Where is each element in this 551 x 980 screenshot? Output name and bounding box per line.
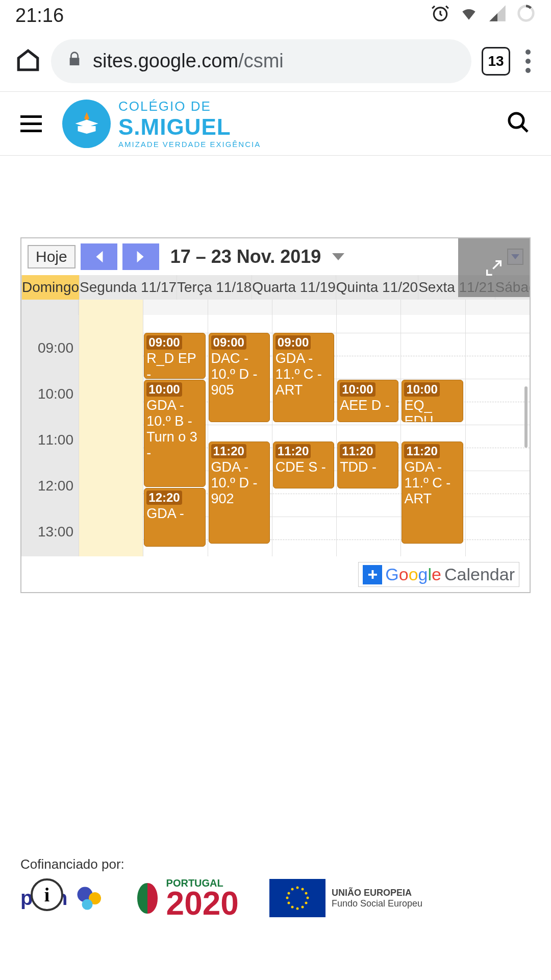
scrollbar[interactable]: [524, 386, 528, 448]
tab-switcher[interactable]: 13: [482, 47, 510, 76]
eu-flag-icon: [269, 879, 325, 917]
loading-spinner-icon: [516, 4, 536, 28]
browser-menu[interactable]: [520, 50, 536, 73]
footer-sponsors: Cofinanciado por: poch PORTUGAL 2020 UNI…: [0, 856, 551, 919]
event-title: AEE D -: [340, 398, 396, 413]
event-title: GDA - 11.º C - ART: [404, 459, 460, 507]
logo-text-line1: COLÉGIO DE: [118, 99, 261, 114]
svg-point-16: [286, 897, 288, 899]
day-column-thursday[interactable]: 10:00AEE D -11:20TDD -: [336, 315, 400, 556]
calendar-event[interactable]: 11:20CDE S -: [273, 442, 334, 488]
day-column-friday[interactable]: 10:00EQ_ EDU11:20GDA - 11.º C - ART: [400, 315, 465, 556]
day-header-monday[interactable]: Segunda 11/17: [79, 275, 177, 300]
android-status-bar: 21:16: [0, 0, 551, 31]
google-calendar-button[interactable]: + Google Calendar: [358, 562, 519, 587]
today-button[interactable]: Hoje: [28, 245, 76, 268]
svg-point-1: [519, 6, 534, 20]
event-time: 11:20: [340, 444, 375, 458]
svg-point-12: [301, 906, 304, 909]
svg-point-18: [291, 888, 293, 891]
lock-icon: [66, 50, 83, 72]
calendar-event[interactable]: 11:20GDA - 11.º C - ART: [402, 442, 463, 544]
logo-text-line3: AMIZADE VERDADE EXIGÊNCIA: [118, 140, 261, 149]
plus-icon: +: [363, 565, 382, 584]
event-time: 11:20: [276, 444, 311, 458]
calendar-event[interactable]: 10:00AEE D -: [337, 380, 398, 422]
event-title: GDA - 11.º C - ART: [276, 351, 332, 398]
event-title: CDE S -: [276, 459, 332, 475]
expand-button[interactable]: [458, 238, 530, 297]
day-header-wednesday[interactable]: Quarta 11/19: [252, 275, 335, 300]
calendar-grid[interactable]: 09:00 10:00 11:00 12:00 13:00 09:00R_D E…: [21, 315, 530, 556]
calendar-event[interactable]: 10:00EQ_ EDU: [402, 380, 463, 422]
day-header-sunday[interactable]: Domingo: [21, 275, 79, 300]
event-title: GDA - 10.º D - 902: [211, 459, 267, 507]
day-column-wednesday[interactable]: 09:00GDA - 11.º C - ART11:20CDE S -: [272, 315, 336, 556]
calendar-event[interactable]: 09:00GDA - 11.º C - ART: [273, 333, 334, 422]
calendar-event[interactable]: 11:20TDD -: [337, 442, 398, 488]
allday-row: [21, 300, 530, 315]
calendar-toolbar: Hoje 17 – 23 Nov. 2019: [21, 238, 530, 275]
calendar-event[interactable]: 09:00DAC - 10.º D - 905: [209, 333, 270, 422]
event-time: 12:20: [146, 491, 182, 505]
day-column-sunday[interactable]: [79, 315, 143, 556]
cofinanced-label: Cofinanciado por:: [20, 856, 531, 872]
next-week-button[interactable]: [122, 243, 159, 270]
calendar-event[interactable]: 12:20GDA -: [144, 488, 205, 547]
google-calendar-label: Calendar: [444, 565, 515, 584]
day-column-tuesday[interactable]: 09:00DAC - 10.º D - 90511:20GDA - 10.º D…: [208, 315, 272, 556]
home-icon[interactable]: [15, 47, 41, 75]
event-title: GDA - 10.º B - Turn o 3 -: [146, 398, 203, 461]
svg-point-8: [301, 888, 304, 891]
event-title: GDA -: [146, 506, 203, 522]
day-column-monday[interactable]: 09:00R_D EP -10:00GDA - 10.º B - Turn o …: [143, 315, 207, 556]
date-range-label: 17 – 23 Nov. 2019: [170, 246, 321, 267]
logo-icon: [62, 100, 111, 148]
status-time: 21:16: [15, 5, 64, 27]
wifi-icon: [459, 4, 479, 28]
calendar-event[interactable]: 10:00GDA - 10.º B - Turn o 3 -: [144, 380, 205, 487]
day-header-thursday[interactable]: Quinta 11/20: [336, 275, 418, 300]
url-text: sites.google.com/csmi: [93, 50, 284, 72]
time-gutter: 09:00 10:00 11:00 12:00 13:00: [21, 315, 79, 556]
prev-week-button[interactable]: [81, 243, 117, 270]
info-button[interactable]: i: [31, 878, 63, 911]
svg-point-6: [286, 887, 309, 909]
calendar-event[interactable]: 09:00R_D EP -: [144, 333, 205, 379]
event-time: 11:20: [404, 444, 439, 458]
event-time: 10:00: [146, 382, 182, 397]
svg-point-9: [305, 892, 307, 895]
sponsor-eu: UNIÃO EUROPEIA Fundo Social Europeu: [269, 879, 422, 917]
svg-point-11: [305, 902, 307, 904]
site-header: COLÉGIO DE S.MIGUEL AMIZADE VERDADE EXIG…: [0, 92, 551, 156]
browser-toolbar: sites.google.com/csmi 13: [0, 31, 551, 92]
event-title: R_D EP -: [146, 351, 203, 379]
event-time: 09:00: [211, 335, 246, 350]
event-time: 09:00: [146, 335, 182, 350]
event-title: TDD -: [340, 459, 396, 475]
day-headers-row: Domingo Segunda 11/17 Terça 11/18 Quarta…: [21, 275, 530, 300]
svg-point-2: [509, 113, 523, 128]
svg-point-10: [306, 897, 309, 899]
day-header-tuesday[interactable]: Terça 11/18: [177, 275, 252, 300]
day-column-saturday[interactable]: [465, 315, 530, 556]
svg-point-14: [291, 906, 293, 909]
event-time: 09:00: [276, 335, 311, 350]
event-time: 11:20: [211, 444, 246, 458]
svg-point-13: [296, 908, 298, 910]
google-logo-text: Google: [385, 565, 441, 584]
hamburger-menu[interactable]: [15, 110, 47, 137]
sponsor-portugal2020: PORTUGAL 2020: [135, 877, 239, 919]
search-button[interactable]: [501, 105, 536, 142]
date-dropdown-icon[interactable]: [332, 253, 344, 260]
calendar-event[interactable]: 11:20GDA - 10.º D - 902: [209, 442, 270, 544]
svg-point-17: [287, 892, 290, 895]
event-title: EQ_ EDU: [404, 398, 460, 422]
url-bar[interactable]: sites.google.com/csmi: [51, 39, 471, 83]
svg-point-15: [287, 902, 290, 904]
svg-point-5: [82, 899, 92, 910]
event-title: DAC - 10.º D - 905: [211, 351, 267, 398]
site-logo[interactable]: COLÉGIO DE S.MIGUEL AMIZADE VERDADE EXIG…: [62, 99, 261, 149]
cell-signal-icon: [488, 4, 507, 28]
event-time: 10:00: [340, 382, 375, 397]
